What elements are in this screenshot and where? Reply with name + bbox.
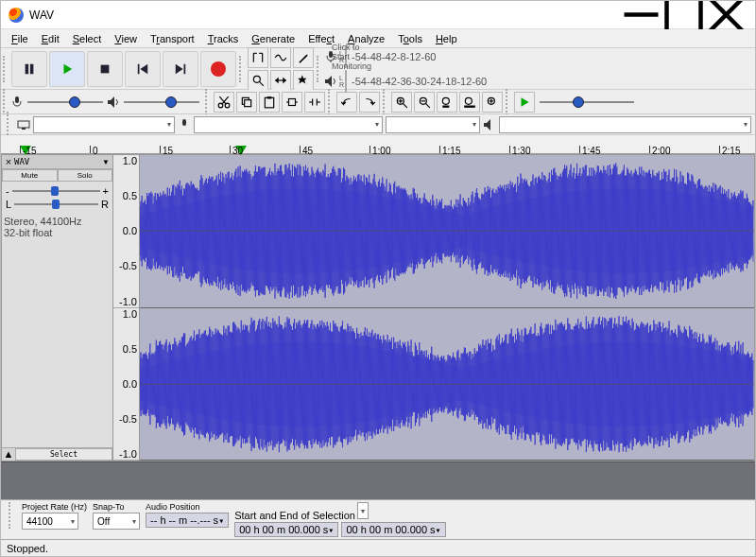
menubar: File Edit Select View Transport Tracks G… <box>1 29 755 48</box>
timeshift-tool-button[interactable] <box>270 70 291 91</box>
grip-icon[interactable] <box>506 89 511 115</box>
snap-to-select[interactable]: Off <box>93 513 140 530</box>
timeline-ruler[interactable]: -1501530451:001:151:301:452:002:15 <box>1 135 755 154</box>
collapse-button[interactable]: ▲ <box>2 448 15 461</box>
pan-slider[interactable] <box>14 203 98 205</box>
svg-marker-24 <box>325 76 332 87</box>
skip-end-button[interactable] <box>163 51 198 87</box>
gain-slider[interactable] <box>12 190 100 192</box>
menu-view[interactable]: View <box>108 32 144 45</box>
zoom-toggle-button[interactable] <box>482 92 503 113</box>
record-meter[interactable]: -54-48-42Click to Start Monitoring-8-12-… <box>345 45 347 68</box>
menu-file[interactable]: File <box>5 32 35 45</box>
grip-icon[interactable] <box>9 502 14 529</box>
undo-button[interactable] <box>336 92 357 113</box>
play-speed-slider[interactable] <box>540 93 634 112</box>
project-rate-select[interactable]: 44100 <box>22 513 78 530</box>
audio-host-select[interactable] <box>33 116 175 133</box>
menu-tracks[interactable]: Tracks <box>201 32 246 45</box>
menu-tools[interactable]: Tools <box>391 32 429 45</box>
draw-tool-button[interactable] <box>293 47 314 68</box>
copy-button[interactable] <box>236 92 257 113</box>
waveform-display[interactable] <box>140 155 754 461</box>
track-name[interactable]: WAV <box>14 157 100 166</box>
solo-button[interactable]: Solo <box>58 169 113 182</box>
window-title: WAV <box>29 9 620 22</box>
menu-help[interactable]: Help <box>429 32 464 45</box>
svg-rect-52 <box>464 105 475 107</box>
timeline-tick: 2:15 <box>719 146 740 153</box>
multi-tool-button[interactable] <box>293 70 314 91</box>
toolbar-devices <box>1 114 755 135</box>
record-device-select[interactable] <box>194 116 383 133</box>
mute-button[interactable]: Mute <box>2 169 58 182</box>
grip-icon[interactable] <box>205 89 211 115</box>
grip-icon[interactable] <box>383 89 388 115</box>
minimize-button[interactable] <box>620 1 662 29</box>
selection-label: Start and End of Selection <box>234 510 355 521</box>
svg-rect-8 <box>138 63 140 74</box>
selection-tool-button[interactable] <box>248 47 268 68</box>
redo-button[interactable] <box>359 92 380 113</box>
mic-icon <box>10 96 24 109</box>
record-volume-slider[interactable] <box>27 93 103 112</box>
svg-rect-5 <box>30 63 34 74</box>
play-button[interactable] <box>49 51 85 87</box>
grip-icon[interactable] <box>7 112 12 138</box>
maximize-button[interactable] <box>662 1 705 29</box>
zoom-tool-button[interactable] <box>248 70 268 91</box>
stop-button[interactable] <box>87 51 123 87</box>
menu-transport[interactable]: Transport <box>144 32 201 45</box>
timeline-tick: 0 <box>90 146 98 153</box>
trim-button[interactable] <box>282 92 302 113</box>
empty-track-area[interactable] <box>1 461 755 499</box>
waveform-left[interactable] <box>140 155 754 308</box>
track-control-panel: × WAV ▼ Mute Solo -+ LR Stereo, 44100Hz … <box>2 155 113 461</box>
menu-edit[interactable]: Edit <box>35 32 66 45</box>
paste-button[interactable] <box>259 92 280 113</box>
grip-icon[interactable] <box>328 89 334 115</box>
audio-position-field[interactable]: -- h -- m --.--- s▾ <box>146 513 229 528</box>
silence-button[interactable] <box>304 92 325 113</box>
track-select-button[interactable]: Select <box>15 448 112 461</box>
menu-select[interactable]: Select <box>66 32 109 45</box>
playback-volume-slider[interactable] <box>124 93 199 112</box>
fit-selection-button[interactable] <box>437 92 457 113</box>
menu-generate[interactable]: Generate <box>245 32 301 45</box>
svg-marker-26 <box>108 96 114 108</box>
gain-minus-label: - <box>6 185 9 197</box>
cut-button[interactable] <box>214 92 234 113</box>
app-logo-icon <box>9 8 24 23</box>
skip-start-button[interactable] <box>125 51 161 87</box>
selection-start-field[interactable]: 00 h 00 m 00.000 s▾ <box>234 522 338 537</box>
zoom-out-button[interactable] <box>414 92 435 113</box>
track-menu-button[interactable]: ▼ <box>100 158 112 166</box>
grip-icon[interactable] <box>317 56 322 82</box>
close-button[interactable] <box>705 1 747 29</box>
fit-project-button[interactable] <box>459 92 480 113</box>
toolbar-mixer <box>1 90 755 114</box>
envelope-tool-button[interactable] <box>270 47 291 68</box>
grip-icon[interactable] <box>239 56 245 82</box>
track-info: Stereo, 44100Hz 32-bit float <box>2 214 112 240</box>
play-at-speed-button[interactable] <box>514 92 535 113</box>
svg-rect-34 <box>267 96 272 98</box>
svg-marker-11 <box>176 63 183 74</box>
speaker-icon <box>324 75 337 88</box>
pause-button[interactable] <box>11 51 47 87</box>
zoom-in-button[interactable] <box>391 92 412 113</box>
waveform-right[interactable] <box>140 308 754 461</box>
track-close-button[interactable]: × <box>3 156 14 167</box>
playback-device-select[interactable] <box>499 116 751 133</box>
svg-rect-32 <box>245 99 251 106</box>
grip-icon[interactable] <box>3 56 9 82</box>
playback-meter[interactable]: -54-48-42-36-30-24-18-12-60 <box>345 70 347 93</box>
record-channels-select[interactable] <box>386 116 480 133</box>
record-button[interactable] <box>200 51 236 87</box>
selection-mode-select[interactable] <box>357 502 369 519</box>
selection-end-field[interactable]: 00 h 00 m 00.000 s▾ <box>341 522 445 537</box>
svg-rect-59 <box>182 119 186 126</box>
status-bar: Stopped. <box>1 539 755 556</box>
svg-marker-9 <box>140 63 147 74</box>
timeline-tick: 1:15 <box>439 146 460 153</box>
